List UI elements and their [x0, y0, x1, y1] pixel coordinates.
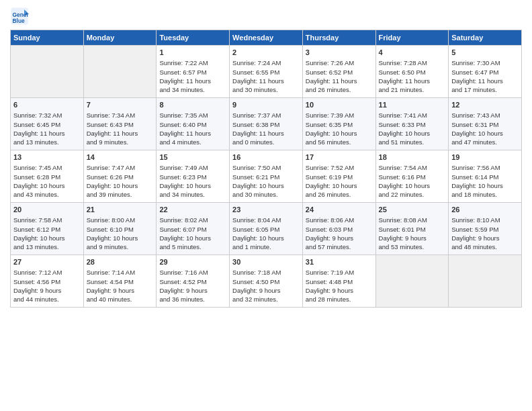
calendar-cell: 2Sunrise: 7:24 AM Sunset: 6:55 PM Daylig… [230, 46, 303, 98]
day-number: 10 [306, 100, 373, 110]
day-info: Sunrise: 7:28 AM Sunset: 6:50 PM Dayligh… [379, 58, 446, 94]
day-info: Sunrise: 7:49 AM Sunset: 6:23 PM Dayligh… [159, 163, 226, 199]
day-info: Sunrise: 8:10 AM Sunset: 5:59 PM Dayligh… [451, 216, 519, 251]
calendar-cell [11, 46, 84, 98]
day-number: 16 [232, 152, 300, 163]
day-number: 5 [451, 48, 519, 58]
day-number: 8 [159, 100, 226, 110]
day-info: Sunrise: 7:56 AM Sunset: 6:14 PM Dayligh… [451, 163, 519, 199]
calendar-week-4: 20Sunrise: 7:58 AM Sunset: 6:12 PM Dayli… [11, 203, 522, 255]
day-number: 28 [87, 257, 154, 267]
day-number: 3 [306, 48, 373, 58]
day-number: 21 [87, 205, 154, 215]
calendar-cell: 6Sunrise: 7:32 AM Sunset: 6:45 PM Daylig… [11, 98, 84, 150]
header: General Blue [10, 7, 522, 26]
day-number: 22 [159, 205, 226, 215]
calendar-cell: 22Sunrise: 8:02 AM Sunset: 6:07 PM Dayli… [157, 203, 230, 255]
logo: General Blue [10, 7, 30, 26]
day-number: 23 [232, 205, 300, 215]
calendar-cell [375, 255, 449, 308]
calendar-cell: 20Sunrise: 7:58 AM Sunset: 6:12 PM Dayli… [11, 203, 84, 255]
calendar-cell: 4Sunrise: 7:28 AM Sunset: 6:50 PM Daylig… [375, 46, 449, 98]
weekday-thursday: Thursday [302, 30, 375, 46]
calendar-cell: 30Sunrise: 7:18 AM Sunset: 4:50 PM Dayli… [230, 255, 303, 308]
day-info: Sunrise: 7:41 AM Sunset: 6:33 PM Dayligh… [379, 111, 446, 146]
calendar-week-2: 6Sunrise: 7:32 AM Sunset: 6:45 PM Daylig… [11, 98, 522, 150]
calendar-cell: 15Sunrise: 7:49 AM Sunset: 6:23 PM Dayli… [157, 150, 230, 203]
day-info: Sunrise: 7:37 AM Sunset: 6:38 PM Dayligh… [232, 111, 300, 146]
day-info: Sunrise: 7:16 AM Sunset: 4:52 PM Dayligh… [159, 268, 226, 304]
day-info: Sunrise: 7:47 AM Sunset: 6:26 PM Dayligh… [87, 163, 154, 199]
day-info: Sunrise: 8:04 AM Sunset: 6:05 PM Dayligh… [232, 216, 300, 251]
day-number: 4 [379, 48, 446, 58]
day-number: 19 [451, 152, 519, 163]
calendar-cell: 12Sunrise: 7:43 AM Sunset: 6:31 PM Dayli… [449, 98, 522, 150]
calendar-cell: 24Sunrise: 8:06 AM Sunset: 6:03 PM Dayli… [302, 203, 375, 255]
weekday-sunday: Sunday [11, 30, 84, 46]
day-info: Sunrise: 7:26 AM Sunset: 6:52 PM Dayligh… [306, 58, 373, 94]
calendar-cell: 26Sunrise: 8:10 AM Sunset: 5:59 PM Dayli… [449, 203, 522, 255]
calendar-cell: 29Sunrise: 7:16 AM Sunset: 4:52 PM Dayli… [157, 255, 230, 308]
calendar-cell: 27Sunrise: 7:12 AM Sunset: 4:56 PM Dayli… [11, 255, 84, 308]
day-number: 20 [13, 205, 81, 215]
day-number: 26 [451, 205, 519, 215]
day-number: 31 [306, 257, 373, 267]
calendar-cell: 10Sunrise: 7:39 AM Sunset: 6:35 PM Dayli… [302, 98, 375, 150]
day-info: Sunrise: 7:22 AM Sunset: 6:57 PM Dayligh… [159, 58, 226, 94]
day-info: Sunrise: 7:52 AM Sunset: 6:19 PM Dayligh… [306, 163, 373, 199]
calendar-cell: 28Sunrise: 7:14 AM Sunset: 4:54 PM Dayli… [83, 255, 157, 308]
day-number: 1 [159, 48, 226, 58]
day-number: 14 [87, 152, 154, 163]
day-info: Sunrise: 7:45 AM Sunset: 6:28 PM Dayligh… [13, 163, 81, 199]
day-number: 30 [232, 257, 300, 267]
calendar-cell: 7Sunrise: 7:34 AM Sunset: 6:43 PM Daylig… [83, 98, 157, 150]
calendar-cell [83, 46, 157, 98]
day-info: Sunrise: 7:50 AM Sunset: 6:21 PM Dayligh… [232, 163, 300, 199]
calendar-cell: 1Sunrise: 7:22 AM Sunset: 6:57 PM Daylig… [157, 46, 230, 98]
calendar-cell: 16Sunrise: 7:50 AM Sunset: 6:21 PM Dayli… [230, 150, 303, 203]
day-number: 24 [306, 205, 373, 215]
calendar-cell: 23Sunrise: 8:04 AM Sunset: 6:05 PM Dayli… [230, 203, 303, 255]
calendar-cell: 17Sunrise: 7:52 AM Sunset: 6:19 PM Dayli… [302, 150, 375, 203]
calendar-week-3: 13Sunrise: 7:45 AM Sunset: 6:28 PM Dayli… [11, 150, 522, 203]
day-info: Sunrise: 7:35 AM Sunset: 6:40 PM Dayligh… [159, 111, 226, 146]
calendar-cell: 14Sunrise: 7:47 AM Sunset: 6:26 PM Dayli… [83, 150, 157, 203]
day-info: Sunrise: 8:08 AM Sunset: 6:01 PM Dayligh… [379, 216, 446, 251]
day-number: 17 [306, 152, 373, 163]
weekday-saturday: Saturday [449, 30, 522, 46]
day-info: Sunrise: 7:39 AM Sunset: 6:35 PM Dayligh… [306, 111, 373, 146]
calendar-cell: 13Sunrise: 7:45 AM Sunset: 6:28 PM Dayli… [11, 150, 84, 203]
weekday-friday: Friday [375, 30, 449, 46]
day-info: Sunrise: 8:00 AM Sunset: 6:10 PM Dayligh… [87, 216, 154, 251]
day-number: 29 [159, 257, 226, 267]
calendar-cell: 31Sunrise: 7:19 AM Sunset: 4:48 PM Dayli… [302, 255, 375, 308]
calendar-cell: 25Sunrise: 8:08 AM Sunset: 6:01 PM Dayli… [375, 203, 449, 255]
day-info: Sunrise: 7:19 AM Sunset: 4:48 PM Dayligh… [306, 268, 373, 304]
day-number: 2 [232, 48, 300, 58]
day-number: 11 [379, 100, 446, 110]
day-number: 15 [159, 152, 226, 163]
weekday-tuesday: Tuesday [157, 30, 230, 46]
calendar-cell: 8Sunrise: 7:35 AM Sunset: 6:40 PM Daylig… [157, 98, 230, 150]
weekday-monday: Monday [83, 30, 157, 46]
calendar-table: SundayMondayTuesdayWednesdayThursdayFrid… [10, 30, 522, 308]
day-info: Sunrise: 7:12 AM Sunset: 4:56 PM Dayligh… [13, 268, 81, 304]
day-info: Sunrise: 7:54 AM Sunset: 6:16 PM Dayligh… [379, 163, 446, 199]
day-info: Sunrise: 7:30 AM Sunset: 6:47 PM Dayligh… [451, 58, 519, 94]
day-number: 18 [379, 152, 446, 163]
weekday-header-row: SundayMondayTuesdayWednesdayThursdayFrid… [11, 30, 522, 46]
calendar-cell: 21Sunrise: 8:00 AM Sunset: 6:10 PM Dayli… [83, 203, 157, 255]
day-info: Sunrise: 7:34 AM Sunset: 6:43 PM Dayligh… [87, 111, 154, 146]
day-info: Sunrise: 7:14 AM Sunset: 4:54 PM Dayligh… [87, 268, 154, 304]
day-number: 27 [13, 257, 81, 267]
svg-text:Blue: Blue [13, 17, 25, 24]
day-number: 6 [13, 100, 81, 110]
day-info: Sunrise: 7:58 AM Sunset: 6:12 PM Dayligh… [13, 216, 81, 251]
calendar-cell [449, 255, 522, 308]
logo-icon: General Blue [10, 7, 29, 26]
day-number: 9 [232, 100, 300, 110]
calendar-week-1: 1Sunrise: 7:22 AM Sunset: 6:57 PM Daylig… [11, 46, 522, 98]
day-info: Sunrise: 7:32 AM Sunset: 6:45 PM Dayligh… [13, 111, 81, 146]
weekday-wednesday: Wednesday [230, 30, 303, 46]
calendar-cell: 18Sunrise: 7:54 AM Sunset: 6:16 PM Dayli… [375, 150, 449, 203]
